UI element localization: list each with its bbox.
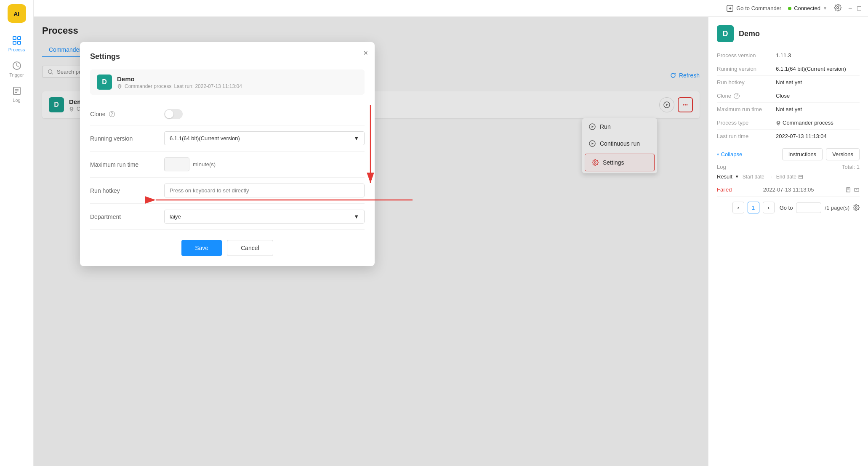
right-panel-avatar: D bbox=[717, 25, 734, 42]
collapse-icon: « bbox=[717, 152, 719, 157]
svg-point-28 bbox=[119, 85, 121, 87]
right-panel-name: Demo bbox=[739, 29, 760, 38]
chevron-down-icon: ▼ bbox=[354, 213, 359, 220]
svg-marker-39 bbox=[856, 189, 858, 190]
goto-input[interactable] bbox=[796, 202, 821, 213]
start-date-filter[interactable]: Start date bbox=[743, 174, 764, 180]
sidebar-item-process[interactable]: Process bbox=[0, 31, 33, 56]
right-panel-header: D Demo bbox=[717, 25, 860, 42]
save-button[interactable]: Save bbox=[181, 240, 222, 256]
max-run-time-info-label: Maximum run time bbox=[717, 106, 776, 112]
content-area: Process Commander process Local process … bbox=[34, 17, 868, 466]
app-logo: AI bbox=[8, 4, 26, 23]
log-entry: Failed 2022-07-13 11:13:05 bbox=[717, 183, 860, 197]
running-version-select[interactable]: 6.1.1(64 bit)(Current version) ▼ bbox=[164, 131, 365, 145]
log-total: Total: 1 bbox=[842, 164, 860, 170]
settings-icon[interactable] bbox=[834, 4, 841, 13]
form-row-department: Department laiye ▼ bbox=[90, 204, 365, 230]
max-run-time-container: minute(s) bbox=[164, 157, 365, 171]
svg-point-12 bbox=[837, 7, 839, 9]
collapse-label: Collapse bbox=[721, 151, 743, 157]
sidebar-item-log[interactable]: Log bbox=[0, 82, 33, 107]
dialog-footer: Save Cancel bbox=[90, 240, 365, 256]
log-status: Failed bbox=[717, 186, 732, 193]
run-hotkey-input[interactable] bbox=[164, 184, 365, 197]
end-date-filter[interactable]: End date bbox=[776, 174, 803, 180]
svg-rect-3 bbox=[18, 37, 21, 40]
log-timestamp: 2022-07-13 11:13:05 bbox=[763, 186, 814, 193]
log-section: Log Total: 1 Result ▼ Start date → End d… bbox=[717, 164, 860, 197]
connected-dot bbox=[788, 7, 791, 10]
next-page-button[interactable]: › bbox=[763, 202, 775, 213]
running-version-label: Running version bbox=[90, 135, 157, 142]
dialog-card-info: Demo Commander process Last run: 2022-07… bbox=[117, 75, 242, 89]
svg-point-40 bbox=[855, 207, 857, 208]
cancel-button[interactable]: Cancel bbox=[227, 240, 273, 256]
info-row-process-type: Process type Commander process bbox=[717, 116, 860, 130]
settings-pagination-icon[interactable] bbox=[853, 204, 860, 211]
window-controls[interactable]: − □ bbox=[848, 5, 861, 12]
date-arrow: → bbox=[768, 174, 773, 180]
info-row-running-version: Running version 6.1.1(64 bit)(Current ve… bbox=[717, 62, 860, 76]
panel-actions-row: « Collapse Instructions Versions bbox=[717, 148, 860, 160]
department-select[interactable]: laiye ▼ bbox=[164, 210, 365, 224]
process-type-info-value: Commander process bbox=[776, 120, 833, 126]
clone-help-icon[interactable]: ? bbox=[734, 93, 740, 99]
connected-label: Connected bbox=[794, 5, 820, 11]
clone-toggle[interactable] bbox=[164, 109, 183, 119]
start-date-label: Start date bbox=[743, 174, 764, 180]
maximize-icon[interactable]: □ bbox=[857, 5, 861, 12]
goto-commander-button[interactable]: Go to Commander bbox=[726, 5, 781, 12]
collapse-button[interactable]: « Collapse bbox=[717, 151, 742, 157]
chevron-down-icon: ▼ bbox=[354, 135, 359, 141]
run-hotkey-info-label: Run hotkey bbox=[717, 79, 776, 85]
topbar: Go to Commander Connected ▼ − □ bbox=[34, 0, 868, 17]
run-hotkey-container bbox=[164, 184, 365, 197]
info-row-max-run-time: Maximum run time Not set yet bbox=[717, 103, 860, 116]
dialog-overlay: Settings × D Demo Commander process Last… bbox=[34, 17, 708, 466]
sidebar-item-trigger-label: Trigger bbox=[9, 72, 24, 77]
log-file-icon[interactable] bbox=[845, 187, 851, 193]
trigger-icon bbox=[12, 61, 22, 71]
last-run-time-value: 2022-07-13 11:13:04 bbox=[776, 133, 827, 139]
dialog-card-name: Demo bbox=[117, 75, 242, 83]
instructions-button[interactable]: Instructions bbox=[782, 148, 823, 160]
current-page: 1 bbox=[748, 202, 759, 213]
log-video-icon[interactable] bbox=[854, 187, 860, 193]
svg-rect-4 bbox=[13, 41, 16, 44]
process-type-icon bbox=[776, 120, 781, 125]
toggle-knob bbox=[165, 110, 173, 118]
process-type-info-label: Process type bbox=[717, 120, 776, 126]
form-row-run-hotkey: Run hotkey bbox=[90, 178, 365, 204]
prev-page-button[interactable]: ‹ bbox=[732, 202, 744, 213]
result-filter-label: Result bbox=[717, 173, 732, 180]
process-icon bbox=[12, 35, 22, 45]
max-run-time-input[interactable] bbox=[164, 157, 189, 171]
versions-button[interactable]: Versions bbox=[826, 148, 860, 160]
last-run-time-label: Last run time bbox=[717, 133, 776, 139]
end-date-label: End date bbox=[776, 174, 796, 180]
process-version-value: 1.11.3 bbox=[776, 52, 791, 59]
form-row-clone: Clone ? bbox=[90, 103, 365, 125]
form-row-max-run-time: Maximum run time minute(s) bbox=[90, 152, 365, 178]
form-row-running-version: Running version 6.1.1(64 bit)(Current ve… bbox=[90, 125, 365, 152]
running-version-info-value: 6.1.1(64 bit)(Current version) bbox=[776, 66, 846, 72]
clone-info-label: Clone ? bbox=[717, 93, 776, 99]
connected-status[interactable]: Connected ▼ bbox=[788, 5, 827, 11]
total-pages: /1 page(s) bbox=[825, 205, 849, 211]
main-area: Go to Commander Connected ▼ − □ Process … bbox=[34, 0, 868, 466]
result-filter[interactable]: Result ▼ bbox=[717, 173, 739, 180]
clone-toggle-container bbox=[164, 109, 365, 119]
sidebar-item-trigger[interactable]: Trigger bbox=[0, 56, 33, 82]
dialog-card-type: Commander process bbox=[125, 83, 171, 89]
max-run-time-info-value: Not set yet bbox=[776, 106, 802, 112]
process-version-label: Process version bbox=[717, 52, 776, 59]
sidebar-item-log-label: Log bbox=[13, 98, 20, 103]
log-filter-row: Result ▼ Start date → End date bbox=[717, 173, 860, 180]
sidebar: AI Process Trigger bbox=[0, 0, 34, 466]
clone-info-icon[interactable]: ? bbox=[109, 111, 115, 117]
minimize-icon[interactable]: − bbox=[848, 5, 852, 12]
svg-rect-2 bbox=[13, 37, 16, 40]
svg-rect-30 bbox=[799, 175, 802, 178]
dialog-close-button[interactable]: × bbox=[363, 49, 368, 58]
